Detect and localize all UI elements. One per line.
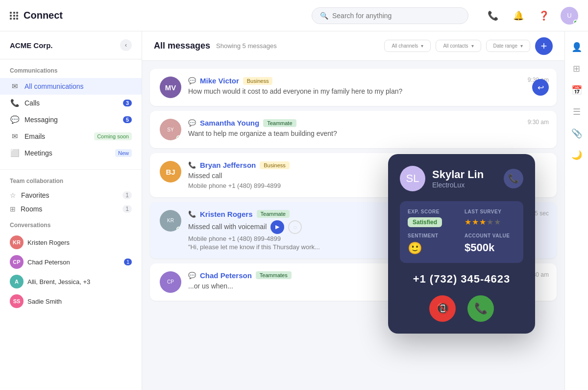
- conv-item-group[interactable]: A Alli, Brent, Jessica, +3: [0, 272, 142, 291]
- msg-tag-kristen: Teammate: [257, 210, 290, 218]
- stars-empty: ★★: [487, 218, 501, 226]
- conv-avatar-kristen: KR: [10, 235, 24, 249]
- msg-tag-samantha: Teammate: [263, 119, 296, 127]
- msg-channel-icon: 📞: [188, 161, 196, 169]
- conv-avatar-chad: CP: [10, 255, 24, 269]
- phone-icon[interactable]: 📞: [484, 7, 502, 25]
- rooms-count: 1: [122, 205, 132, 213]
- msg-text-kristen: Missed call with voicemail: [188, 222, 267, 232]
- center-title: All messages: [154, 41, 210, 51]
- rail-icon-grid[interactable]: ⊞: [567, 59, 587, 78]
- sidebar-item-label: Messaging: [24, 116, 118, 124]
- search-box[interactable]: 🔍: [312, 7, 468, 24]
- message-card-mike-victor[interactable]: MV 💬 Mike Victor Business How much would…: [150, 69, 557, 106]
- account-value-label: ACCOUNT VALUE: [465, 233, 515, 238]
- msg-channel-icon: 💬: [188, 272, 196, 279]
- conv-name-sadie: Sadie Smith: [27, 298, 132, 305]
- caller-avatar-initials: SL: [406, 172, 419, 185]
- team-item-favorites[interactable]: ☆ Favorites 1: [0, 188, 142, 202]
- caller-info: SL Skylar Lin ElectroLux 📞: [400, 166, 523, 191]
- filter-contacts[interactable]: All contacts ▾: [436, 40, 481, 52]
- filter-channels[interactable]: All channels ▾: [384, 40, 431, 52]
- conv-item-chad[interactable]: CP Chad Peterson 1: [0, 252, 142, 272]
- online-dot: [176, 135, 181, 140]
- center-filters: All channels ▾ All contacts ▾ Date range…: [384, 37, 553, 55]
- chevron-down-icon: ▾: [421, 43, 423, 49]
- grid-icon[interactable]: [10, 12, 19, 20]
- msg-avatar-samantha: SY: [160, 119, 181, 140]
- msg-text-samantha: Want to help me organize a team building…: [188, 129, 547, 139]
- messaging-badge: 5: [123, 116, 132, 123]
- msg-name-bryan: Bryan Jefferson: [200, 161, 256, 169]
- caller-phone-number: +1 (732) 345-4623: [400, 273, 523, 286]
- caller-company: ElectroLux: [432, 181, 484, 189]
- call-popup: SL Skylar Lin ElectroLux 📞 EXP. SCORE Sa…: [388, 154, 535, 334]
- emails-icon: ✉: [10, 132, 20, 141]
- sidebar-item-emails[interactable]: ✉ Emails Coming soon: [0, 128, 142, 145]
- msg-header-mike: 💬 Mike Victor Business: [188, 77, 547, 85]
- sidebar-item-meetings[interactable]: ⬜ Meetings New: [0, 145, 142, 161]
- meetings-icon: ⬜: [10, 149, 20, 157]
- filter-contacts-label: All contacts: [443, 43, 468, 49]
- msg-avatar-kristen: KR: [160, 210, 181, 232]
- message-card-samantha[interactable]: SY 💬 Samantha Young Teammate Want to hel…: [150, 111, 557, 148]
- bell-icon[interactable]: 🔔: [510, 7, 527, 25]
- popup-call-icon-btn[interactable]: 📞: [504, 169, 523, 188]
- team-item-rooms[interactable]: ⊞ Rooms 1: [0, 202, 142, 216]
- rail-icon-calendar[interactable]: 📅: [567, 80, 587, 100]
- voice-dot[interactable]: ○: [288, 220, 302, 234]
- rail-icon-person[interactable]: 👤: [567, 37, 587, 57]
- all-comms-icon: ✉: [10, 82, 20, 91]
- online-dot: [176, 227, 181, 232]
- sidebar-item-all-communications[interactable]: ✉ All communications: [0, 78, 142, 95]
- msg-name-samantha: Samantha Young: [200, 119, 259, 127]
- sidebar-item-messaging[interactable]: 💬 Messaging 5: [0, 111, 142, 128]
- msg-content-samantha: 💬 Samantha Young Teammate Want to help m…: [188, 119, 547, 139]
- sentiment-emoji: 🙂: [408, 241, 459, 255]
- help-icon[interactable]: ❓: [535, 7, 553, 25]
- sidebar-item-calls[interactable]: 📞 Calls 3: [0, 95, 142, 111]
- sidebar-item-label: Calls: [24, 99, 118, 107]
- team-section: Team collaboration ☆ Favorites 1 ⊞ Rooms…: [0, 170, 142, 319]
- user-avatar[interactable]: U: [561, 7, 578, 25]
- sidebar-item-label: Meetings: [24, 149, 110, 157]
- decline-call-button[interactable]: 📵: [429, 295, 456, 322]
- sentiment-cell: SENTIMENT 🙂: [408, 233, 459, 255]
- msg-text-mike: How much would it cost to add everyone i…: [188, 87, 547, 97]
- rail-icon-list[interactable]: ☰: [567, 102, 587, 122]
- calls-icon: 📞: [10, 99, 20, 107]
- play-button[interactable]: ▶: [270, 220, 284, 234]
- org-name: ACME Corp.: [10, 41, 53, 50]
- filter-date-label: Date range: [493, 43, 517, 49]
- conv-avatar-group: A: [10, 275, 24, 288]
- accept-call-button[interactable]: 📞: [467, 295, 494, 322]
- reply-button-mike[interactable]: ↩: [532, 79, 549, 96]
- search-container: 🔍: [312, 7, 468, 24]
- conv-name-group: Alli, Brent, Jessica, +3: [27, 278, 132, 286]
- center-subtitle: Showing 5 messages: [216, 42, 277, 50]
- center-title-area: All messages Showing 5 messages: [154, 41, 277, 51]
- collapse-button[interactable]: ‹: [120, 39, 132, 51]
- chevron-down-icon: ▾: [471, 43, 474, 49]
- rail-icon-paperclip[interactable]: 📎: [567, 124, 587, 143]
- new-badge: New: [115, 149, 132, 157]
- msg-tag-bryan: Business: [260, 161, 290, 169]
- caller-avatar: SL: [400, 166, 425, 191]
- account-value: $500k: [465, 241, 515, 254]
- conv-item-kristen[interactable]: KR Kristen Rogers: [0, 233, 142, 252]
- app-logo: Connect: [24, 10, 63, 21]
- exp-score-label: EXP. SCORE: [408, 209, 459, 214]
- add-button[interactable]: +: [535, 37, 553, 55]
- msg-channel-icon: 📞: [188, 210, 196, 218]
- team-title: Team collaboration: [0, 178, 142, 188]
- filter-date[interactable]: Date range ▾: [486, 40, 530, 52]
- header: Connect 🔍 📞 🔔 ❓ U: [0, 0, 588, 31]
- search-input[interactable]: [332, 12, 460, 20]
- rail-icon-moon[interactable]: 🌙: [567, 145, 587, 165]
- decline-icon: 📵: [436, 302, 449, 315]
- account-value-cell: ACCOUNT VALUE $500k: [465, 233, 515, 255]
- conv-item-sadie[interactable]: SS Sadie Smith: [0, 291, 142, 311]
- communications-title: Communications: [0, 67, 142, 78]
- last-survey-stars: ★★★★★: [465, 217, 515, 227]
- msg-name-chad: Chad Peterson: [200, 271, 252, 280]
